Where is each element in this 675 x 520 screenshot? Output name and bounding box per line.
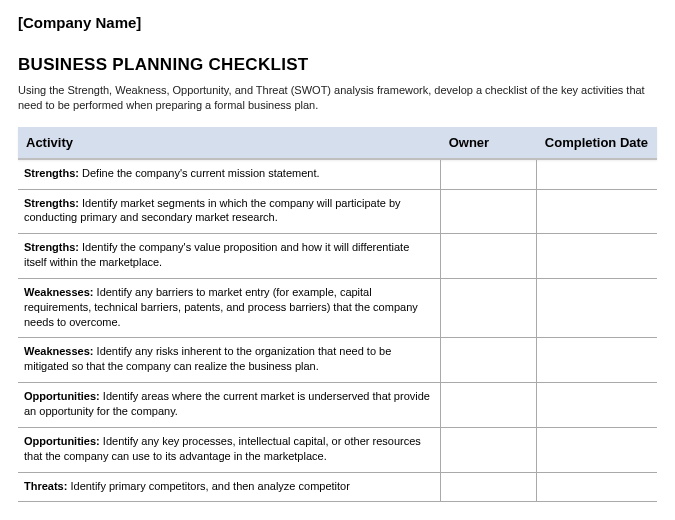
table-row: Strengths: Define the company's current … xyxy=(18,159,657,189)
table-header-row: Activity Owner Completion Date xyxy=(18,127,657,159)
owner-cell[interactable] xyxy=(441,278,537,338)
table-row: Opportunities: Identify areas where the … xyxy=(18,383,657,428)
col-header-owner: Owner xyxy=(441,127,537,159)
col-header-activity: Activity xyxy=(18,127,441,159)
activity-text: Define the company's current mission sta… xyxy=(79,167,320,179)
activity-cell: Strengths: Identify market segments in w… xyxy=(18,189,441,234)
activity-category: Strengths: xyxy=(24,241,79,253)
activity-cell: Strengths: Define the company's current … xyxy=(18,159,441,189)
completion-date-cell[interactable] xyxy=(537,189,657,234)
table-row: Strengths: Identify market segments in w… xyxy=(18,189,657,234)
owner-cell[interactable] xyxy=(441,338,537,383)
checklist-table: Activity Owner Completion Date Strengths… xyxy=(18,127,657,503)
completion-date-cell[interactable] xyxy=(537,472,657,502)
activity-cell: Threats: Identify primary competitors, a… xyxy=(18,472,441,502)
table-body: Strengths: Define the company's current … xyxy=(18,159,657,502)
activity-category: Opportunities: xyxy=(24,435,100,447)
owner-cell[interactable] xyxy=(441,427,537,472)
col-header-completion-date: Completion Date xyxy=(537,127,657,159)
owner-cell[interactable] xyxy=(441,159,537,189)
owner-cell[interactable] xyxy=(441,189,537,234)
activity-category: Weaknesses: xyxy=(24,286,94,298)
owner-cell[interactable] xyxy=(441,383,537,428)
completion-date-cell[interactable] xyxy=(537,159,657,189)
table-row: Weaknesses: Identify any barriers to mar… xyxy=(18,278,657,338)
page-title: BUSINESS PLANNING CHECKLIST xyxy=(18,55,657,75)
activity-category: Opportunities: xyxy=(24,390,100,402)
activity-category: Strengths: xyxy=(24,197,79,209)
company-name: [Company Name] xyxy=(18,14,657,31)
activity-text: Identify the company's value proposition… xyxy=(24,241,409,268)
table-row: Weaknesses: Identify any risks inherent … xyxy=(18,338,657,383)
activity-cell: Opportunities: Identify any key processe… xyxy=(18,427,441,472)
completion-date-cell[interactable] xyxy=(537,278,657,338)
activity-category: Threats: xyxy=(24,480,67,492)
activity-text: Identify market segments in which the co… xyxy=(24,197,401,224)
activity-category: Weaknesses: xyxy=(24,345,94,357)
activity-cell: Weaknesses: Identify any risks inherent … xyxy=(18,338,441,383)
completion-date-cell[interactable] xyxy=(537,338,657,383)
activity-text: Identify primary competitors, and then a… xyxy=(67,480,349,492)
activity-cell: Opportunities: Identify areas where the … xyxy=(18,383,441,428)
activity-cell: Strengths: Identify the company's value … xyxy=(18,234,441,279)
table-row: Opportunities: Identify any key processe… xyxy=(18,427,657,472)
owner-cell[interactable] xyxy=(441,472,537,502)
activity-cell: Weaknesses: Identify any barriers to mar… xyxy=(18,278,441,338)
activity-category: Strengths: xyxy=(24,167,79,179)
intro-paragraph: Using the Strength, Weakness, Opportunit… xyxy=(18,83,648,113)
completion-date-cell[interactable] xyxy=(537,427,657,472)
completion-date-cell[interactable] xyxy=(537,383,657,428)
table-row: Strengths: Identify the company's value … xyxy=(18,234,657,279)
table-row: Threats: Identify primary competitors, a… xyxy=(18,472,657,502)
owner-cell[interactable] xyxy=(441,234,537,279)
completion-date-cell[interactable] xyxy=(537,234,657,279)
